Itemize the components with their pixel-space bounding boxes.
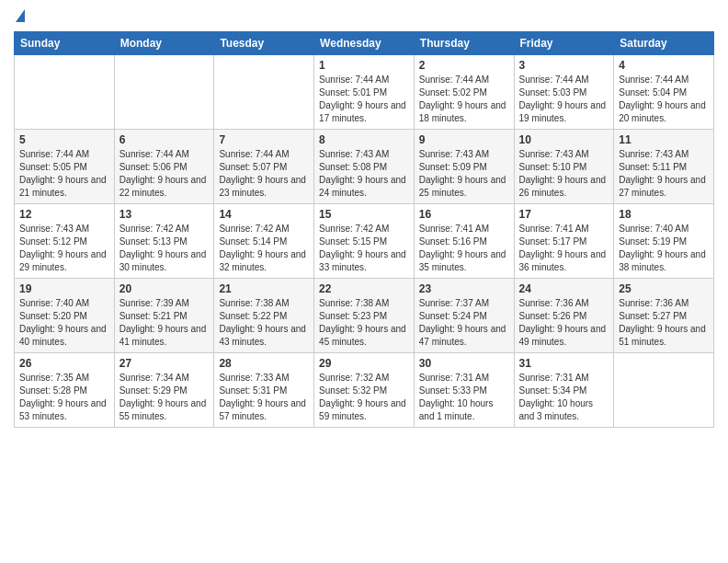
calendar-cell: 21Sunrise: 7:38 AMSunset: 5:22 PMDayligh… — [214, 279, 314, 353]
day-info: Sunrise: 7:43 AMSunset: 5:12 PMDaylight:… — [19, 223, 109, 274]
page: SundayMondayTuesdayWednesdayThursdayFrid… — [0, 0, 728, 442]
calendar-cell — [214, 55, 314, 130]
calendar-weekday-monday: Monday — [114, 32, 214, 55]
day-number: 20 — [119, 282, 210, 295]
calendar-cell: 18Sunrise: 7:40 AMSunset: 5:19 PMDayligh… — [614, 204, 714, 279]
calendar-cell: 6Sunrise: 7:44 AMSunset: 5:06 PMDaylight… — [114, 130, 214, 204]
day-info: Sunrise: 7:36 AMSunset: 5:27 PMDaylight:… — [619, 297, 709, 349]
day-info: Sunrise: 7:44 AMSunset: 5:02 PMDaylight:… — [419, 74, 509, 125]
calendar-week-row: 26Sunrise: 7:35 AMSunset: 5:28 PMDayligh… — [15, 353, 714, 428]
day-info: Sunrise: 7:44 AMSunset: 5:04 PMDaylight:… — [619, 74, 709, 125]
day-number: 19 — [19, 282, 109, 295]
day-info: Sunrise: 7:42 AMSunset: 5:15 PMDaylight:… — [319, 223, 409, 274]
day-number: 28 — [219, 357, 309, 370]
calendar-cell: 8Sunrise: 7:43 AMSunset: 5:08 PMDaylight… — [314, 130, 415, 204]
day-number: 5 — [19, 133, 109, 146]
calendar-cell: 26Sunrise: 7:35 AMSunset: 5:28 PMDayligh… — [15, 353, 115, 428]
day-info: Sunrise: 7:40 AMSunset: 5:20 PMDaylight:… — [19, 297, 109, 349]
day-number: 21 — [219, 282, 309, 295]
calendar-week-row: 5Sunrise: 7:44 AMSunset: 5:05 PMDaylight… — [15, 130, 714, 204]
day-number: 22 — [319, 282, 409, 295]
day-info: Sunrise: 7:31 AMSunset: 5:34 PMDaylight:… — [519, 372, 609, 423]
day-number: 14 — [219, 208, 309, 221]
day-info: Sunrise: 7:44 AMSunset: 5:06 PMDaylight:… — [119, 148, 210, 200]
day-number: 26 — [19, 357, 109, 370]
calendar-weekday-sunday: Sunday — [15, 32, 115, 55]
day-info: Sunrise: 7:43 AMSunset: 5:11 PMDaylight:… — [619, 148, 709, 200]
day-info: Sunrise: 7:42 AMSunset: 5:14 PMDaylight:… — [219, 223, 309, 274]
day-info: Sunrise: 7:43 AMSunset: 5:09 PMDaylight:… — [419, 148, 509, 200]
calendar-cell: 14Sunrise: 7:42 AMSunset: 5:14 PMDayligh… — [214, 204, 314, 279]
calendar-table: SundayMondayTuesdayWednesdayThursdayFrid… — [14, 31, 714, 428]
calendar-weekday-wednesday: Wednesday — [314, 32, 415, 55]
day-info: Sunrise: 7:42 AMSunset: 5:13 PMDaylight:… — [119, 223, 210, 274]
calendar-cell: 22Sunrise: 7:38 AMSunset: 5:23 PMDayligh… — [314, 279, 415, 353]
calendar-cell: 27Sunrise: 7:34 AMSunset: 5:29 PMDayligh… — [114, 353, 214, 428]
day-number: 25 — [619, 282, 709, 295]
calendar-cell: 12Sunrise: 7:43 AMSunset: 5:12 PMDayligh… — [15, 204, 115, 279]
calendar-cell: 23Sunrise: 7:37 AMSunset: 5:24 PMDayligh… — [414, 279, 514, 353]
calendar-cell: 19Sunrise: 7:40 AMSunset: 5:20 PMDayligh… — [15, 279, 115, 353]
day-info: Sunrise: 7:44 AMSunset: 5:05 PMDaylight:… — [19, 148, 109, 200]
calendar-cell: 5Sunrise: 7:44 AMSunset: 5:05 PMDaylight… — [15, 130, 115, 204]
day-number: 3 — [519, 59, 609, 72]
calendar-cell: 11Sunrise: 7:43 AMSunset: 5:11 PMDayligh… — [614, 130, 714, 204]
day-number: 2 — [419, 59, 509, 72]
day-number: 4 — [619, 59, 709, 72]
day-number: 12 — [19, 208, 109, 221]
calendar-cell: 30Sunrise: 7:31 AMSunset: 5:33 PMDayligh… — [414, 353, 514, 428]
day-number: 30 — [419, 357, 509, 370]
calendar-week-row: 1Sunrise: 7:44 AMSunset: 5:01 PMDaylight… — [15, 55, 714, 130]
calendar-cell: 17Sunrise: 7:41 AMSunset: 5:17 PMDayligh… — [514, 204, 614, 279]
day-number: 24 — [519, 282, 609, 295]
calendar-weekday-friday: Friday — [514, 32, 614, 55]
day-number: 11 — [619, 133, 709, 146]
day-info: Sunrise: 7:44 AMSunset: 5:07 PMDaylight:… — [219, 148, 309, 200]
day-number: 6 — [119, 133, 210, 146]
day-info: Sunrise: 7:41 AMSunset: 5:17 PMDaylight:… — [519, 223, 609, 274]
calendar-week-row: 12Sunrise: 7:43 AMSunset: 5:12 PMDayligh… — [15, 204, 714, 279]
day-number: 9 — [419, 133, 509, 146]
calendar-cell — [15, 55, 115, 130]
day-info: Sunrise: 7:40 AMSunset: 5:19 PMDaylight:… — [619, 223, 709, 274]
header — [14, 9, 714, 24]
calendar-weekday-tuesday: Tuesday — [214, 32, 314, 55]
day-info: Sunrise: 7:33 AMSunset: 5:31 PMDaylight:… — [219, 372, 309, 423]
day-number: 27 — [119, 357, 210, 370]
day-number: 18 — [619, 208, 709, 221]
calendar-week-row: 19Sunrise: 7:40 AMSunset: 5:20 PMDayligh… — [15, 279, 714, 353]
day-number: 1 — [319, 59, 409, 72]
day-info: Sunrise: 7:37 AMSunset: 5:24 PMDaylight:… — [419, 297, 509, 349]
day-info: Sunrise: 7:39 AMSunset: 5:21 PMDaylight:… — [119, 297, 210, 349]
calendar-cell: 24Sunrise: 7:36 AMSunset: 5:26 PMDayligh… — [514, 279, 614, 353]
calendar-cell: 29Sunrise: 7:32 AMSunset: 5:32 PMDayligh… — [314, 353, 415, 428]
calendar-cell — [114, 55, 214, 130]
day-number: 8 — [319, 133, 409, 146]
calendar-cell: 25Sunrise: 7:36 AMSunset: 5:27 PMDayligh… — [614, 279, 714, 353]
calendar-cell: 31Sunrise: 7:31 AMSunset: 5:34 PMDayligh… — [514, 353, 614, 428]
calendar-cell: 15Sunrise: 7:42 AMSunset: 5:15 PMDayligh… — [314, 204, 415, 279]
day-number: 29 — [319, 357, 409, 370]
calendar-cell: 20Sunrise: 7:39 AMSunset: 5:21 PMDayligh… — [114, 279, 214, 353]
logo — [14, 9, 25, 24]
logo-text — [14, 9, 25, 24]
day-info: Sunrise: 7:41 AMSunset: 5:16 PMDaylight:… — [419, 223, 509, 274]
calendar-weekday-saturday: Saturday — [614, 32, 714, 55]
calendar-cell: 9Sunrise: 7:43 AMSunset: 5:09 PMDaylight… — [414, 130, 514, 204]
day-info: Sunrise: 7:43 AMSunset: 5:08 PMDaylight:… — [319, 148, 409, 200]
day-number: 31 — [519, 357, 609, 370]
day-info: Sunrise: 7:31 AMSunset: 5:33 PMDaylight:… — [419, 372, 509, 423]
calendar-weekday-thursday: Thursday — [414, 32, 514, 55]
day-info: Sunrise: 7:43 AMSunset: 5:10 PMDaylight:… — [519, 148, 609, 200]
calendar-cell: 1Sunrise: 7:44 AMSunset: 5:01 PMDaylight… — [314, 55, 415, 130]
day-number: 7 — [219, 133, 309, 146]
calendar-cell: 13Sunrise: 7:42 AMSunset: 5:13 PMDayligh… — [114, 204, 214, 279]
logo-triangle-icon — [16, 9, 25, 22]
calendar-cell — [614, 353, 714, 428]
calendar-cell: 28Sunrise: 7:33 AMSunset: 5:31 PMDayligh… — [214, 353, 314, 428]
day-number: 23 — [419, 282, 509, 295]
calendar-cell: 4Sunrise: 7:44 AMSunset: 5:04 PMDaylight… — [614, 55, 714, 130]
day-number: 10 — [519, 133, 609, 146]
calendar-cell: 2Sunrise: 7:44 AMSunset: 5:02 PMDaylight… — [414, 55, 514, 130]
day-info: Sunrise: 7:38 AMSunset: 5:23 PMDaylight:… — [319, 297, 409, 349]
